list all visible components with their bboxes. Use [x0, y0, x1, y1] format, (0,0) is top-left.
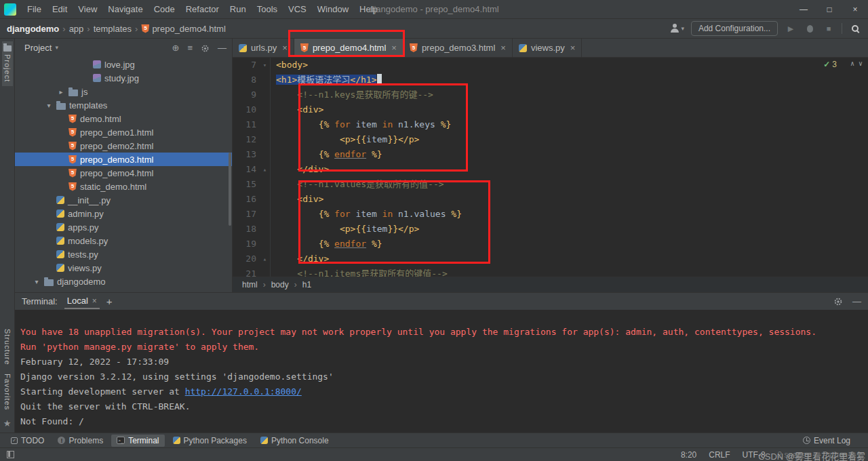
code-line-7[interactable]: 7▾<body>	[233, 58, 868, 73]
tree-item-admin-py[interactable]: admin.py	[15, 207, 232, 220]
hide-panel-button[interactable]: —	[852, 296, 861, 306]
status-2-spaces[interactable]: 2 spaces	[778, 450, 810, 460]
code-line-15[interactable]: 15 <!--n1.values是获取所有的值-->	[233, 177, 868, 192]
tool-window-toggle-icon[interactable]	[7, 451, 14, 458]
menu-refactor[interactable]: Refactor	[180, 0, 224, 19]
code-line-9[interactable]: 9 <!--n1.keys是获取所有的键-->	[233, 87, 868, 102]
menu-tools[interactable]: Tools	[252, 0, 283, 19]
code-line-21[interactable]: 21 <!--n1.items是获取所有的键值-->	[233, 266, 868, 277]
terminal-tab-local[interactable]: Local ×	[64, 294, 100, 309]
tree-item-tests-py[interactable]: tests.py	[15, 247, 232, 261]
chevron-up-icon[interactable]: ∧	[850, 60, 854, 67]
add-configuration-button[interactable]: Add Configuration...	[691, 21, 778, 36]
code-line-10[interactable]: 10 <div>	[233, 102, 868, 117]
code-line-19[interactable]: 19 {% endfor %}	[233, 237, 868, 252]
code-line-18[interactable]: 18 <p>{{item}}</p>	[233, 222, 868, 237]
stripe-button-structure[interactable]: Structure	[2, 325, 13, 369]
stop-button[interactable]: ■	[823, 22, 835, 35]
code-line-20[interactable]: 20▴ </div>	[233, 252, 868, 266]
menu-run[interactable]: Run	[224, 0, 252, 19]
maximize-button[interactable]: □	[816, 0, 842, 19]
code-line-8[interactable]: 8<h1>模板语法学习</h1>	[233, 73, 868, 87]
stripe-button-favorites[interactable]: Favorites	[2, 369, 13, 414]
menu-window[interactable]: Window	[312, 0, 354, 19]
chevron-down-icon[interactable]: ▾	[45, 102, 53, 109]
breadcrumb-app[interactable]: app	[69, 24, 84, 34]
locate-file-button[interactable]: ⊕	[172, 43, 180, 53]
tree-item-apps-py[interactable]: apps.py	[15, 220, 232, 234]
tree-item-djangodemo[interactable]: ▾djangodemo	[15, 275, 232, 288]
tree-item-prepo-demo1-html[interactable]: 5prepo_demo1.html	[15, 125, 232, 139]
code-line-11[interactable]: 11 {% for item in n1.keys %}	[233, 117, 868, 132]
code-line-16[interactable]: 16 <div>	[233, 192, 868, 207]
menu-navigate[interactable]: Navigate	[102, 0, 148, 19]
menu-edit[interactable]: Edit	[47, 0, 73, 19]
editor-tab-views-py[interactable]: views.py×	[513, 39, 582, 57]
code-line-12[interactable]: 12 <p>{{item}}</p>	[233, 132, 868, 147]
breadcrumb-prepo-demo4-html[interactable]: 5prepo_demo4.html	[141, 24, 225, 34]
status-utf-8[interactable]: UTF-8	[743, 450, 766, 460]
code-line-17[interactable]: 17 {% for item in n1.values %}	[233, 207, 868, 222]
stripe-button-project[interactable]: Project	[2, 41, 13, 86]
editor-tab-prepo-demo4-html[interactable]: 5prepo_demo4.html×	[294, 39, 403, 57]
hide-panel-button[interactable]: —	[218, 43, 226, 53]
breadcrumb-body[interactable]: body	[271, 280, 289, 289]
terminal-output[interactable]: You have 18 unapplied migration(s). Your…	[15, 310, 868, 433]
breadcrumb-djangodemo[interactable]: djangodemo	[7, 24, 59, 34]
settings-gear-icon[interactable]	[833, 296, 843, 307]
tab-close-icon[interactable]: ×	[282, 43, 288, 53]
editor-tab-urls-py[interactable]: urls.py×	[233, 39, 294, 57]
tree-item-init-py[interactable]: __init__.py	[15, 193, 232, 207]
chevron-down-icon[interactable]: ∨	[859, 60, 863, 67]
tool-window-button-python-packages[interactable]: Python Packages	[167, 435, 252, 447]
tree-item-demo-html[interactable]: 5demo.html	[15, 112, 232, 125]
tree-item-models-py[interactable]: models.py	[15, 234, 232, 247]
chevron-right-icon[interactable]: ▸	[57, 88, 65, 96]
settings-gear-icon[interactable]	[201, 42, 210, 52]
status-crlf[interactable]: CRLF	[709, 450, 730, 460]
tool-window-button-problems[interactable]: Problems	[52, 435, 108, 447]
tree-item-study-jpg[interactable]: study.jpg	[15, 71, 232, 85]
close-icon[interactable]: ×	[92, 296, 97, 306]
terminal-link[interactable]: http://127.0.0.1:8000/	[185, 386, 302, 397]
status-8-20[interactable]: 8:20	[681, 450, 696, 460]
code-line-14[interactable]: 14▴ </div>	[233, 162, 868, 177]
editor-tab-prepo-demo3-html[interactable]: 5prepo_demo3.html×	[403, 39, 513, 57]
close-button[interactable]: ×	[842, 0, 868, 19]
minimize-button[interactable]: —	[791, 0, 816, 19]
breadcrumb-html[interactable]: html	[242, 280, 258, 289]
tree-item-js[interactable]: ▸js	[15, 85, 232, 98]
event-log-button[interactable]: Event Log	[803, 436, 863, 445]
code-line-13[interactable]: 13 {% endfor %}	[233, 147, 868, 162]
run-button[interactable]: ▶	[785, 22, 797, 35]
menu-vcs[interactable]: VCS	[283, 0, 312, 19]
tab-close-icon[interactable]: ×	[570, 43, 576, 53]
tab-close-icon[interactable]: ×	[391, 43, 397, 53]
breadcrumb-templates[interactable]: templates	[94, 24, 132, 34]
project-scrollbar[interactable]	[229, 153, 231, 226]
breadcrumb-h1[interactable]: h1	[302, 280, 311, 289]
debug-button[interactable]	[804, 22, 816, 35]
code-area[interactable]: ✓ 3 ∧ ∨ 7▾<body>8<h1>模板语法学习</h1>9 <!--n1…	[233, 58, 868, 277]
tool-window-button-todo[interactable]: TODO	[5, 435, 50, 447]
tree-item-views-py[interactable]: views.py	[15, 261, 232, 275]
profile-button[interactable]: ▾	[670, 24, 684, 33]
tool-window-button-terminal[interactable]: Terminal	[111, 435, 164, 447]
tree-item-static-demo-html[interactable]: 5static_demo.html	[15, 180, 232, 193]
menu-file[interactable]: File	[22, 0, 47, 19]
tree-item-prepo-demo2-html[interactable]: 5prepo_demo2.html	[15, 139, 232, 153]
collapse-all-button[interactable]: ≡	[187, 43, 193, 53]
chevron-down-icon[interactable]: ▾	[33, 278, 41, 285]
tree-item-love-jpg[interactable]: love.jpg	[15, 58, 232, 71]
menu-code[interactable]: Code	[149, 0, 180, 19]
project-view-selector[interactable]: Project ▾	[24, 43, 58, 53]
new-terminal-button[interactable]: +	[106, 296, 113, 307]
status-python-3-1[interactable]: Python 3.1	[823, 450, 861, 460]
tree-item-templates[interactable]: ▾templates	[15, 98, 232, 112]
tab-close-icon[interactable]: ×	[500, 43, 506, 53]
menu-view[interactable]: View	[73, 0, 102, 19]
search-everywhere-button[interactable]	[849, 22, 861, 35]
tree-item-prepo-demo4-html[interactable]: 5prepo_demo4.html	[15, 166, 232, 180]
tree-item-prepo-demo3-html[interactable]: 5prepo_demo3.html	[15, 153, 232, 166]
favorites-star-icon[interactable]: ★	[3, 418, 12, 428]
